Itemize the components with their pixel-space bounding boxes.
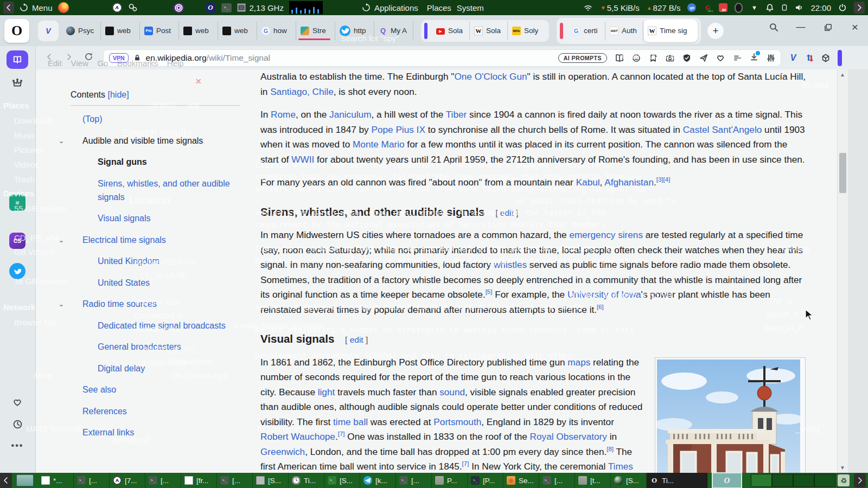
status-orb-icon[interactable] [735,3,743,13]
toc-item-general-broadcasters[interactable]: General broadcasters [71,340,240,354]
taskbar-item-[interactable]: *... [38,473,74,488]
tab-group-indicator[interactable] [560,23,563,39]
premium-crown-button[interactable] [7,74,28,93]
reader-view-icon[interactable] [615,54,624,62]
back-button[interactable] [45,53,54,63]
tab-stre[interactable]: Stre [296,22,335,40]
dropdown-triangle-icon[interactable]: ▼ [750,3,758,12]
wiki-link[interactable]: time ball [333,416,368,427]
panel-collapse-left-button[interactable] [3,2,14,14]
taskbar-item-se[interactable]: ◎Se... [503,473,539,488]
clock-label[interactable]: 22:00 [810,3,831,12]
reference-link[interactable]: [7] [338,431,345,437]
toc-item-united-states[interactable]: United States [71,276,240,290]
taskbar-item-fr[interactable]: [fr... [181,473,217,488]
applications-menu[interactable]: Applications [362,3,418,12]
cpu-graph-icon[interactable] [289,1,323,14]
scroll-up-arrow[interactable]: ▲ [840,72,845,78]
terminal-panel-icon[interactable]: >_ [221,3,232,12]
firefox-icon[interactable] [58,2,69,13]
minimize-button[interactable]: — [795,22,806,33]
workspace-3[interactable] [793,474,814,487]
reference-link[interactable]: [7] [462,460,469,467]
gmpx-icon[interactable]: GMPX [703,3,712,12]
downloads-button[interactable] [750,53,758,63]
menu-applet[interactable]: Menu [20,3,53,12]
search-a-icon[interactable]: A [112,3,122,12]
send-share-icon[interactable] [699,54,708,62]
tor-icon[interactable] [174,3,184,13]
wiki-link[interactable]: maps [567,357,590,368]
show-desktop-button[interactable] [16,474,34,486]
toc-item-see-also[interactable]: See also [71,383,240,396]
address-bar[interactable]: VPN en.wikipedia.org/wiki/Time_signal AI… [103,49,781,67]
trash-applet[interactable]: ♻ [838,474,850,486]
wiki-link[interactable]: Kabul [576,177,600,188]
reference-link[interactable]: [6] [597,304,604,310]
taskbar-item-[interactable]: >_[... [217,473,253,488]
wiki-link[interactable]: Janiculum [329,109,371,120]
taskbar-item-s[interactable]: [S... [611,473,647,488]
notifications-bell-icon[interactable] [765,3,774,12]
twitter-panel-button[interactable] [7,262,28,280]
tab-certi[interactable]: Gcerti [567,22,605,40]
tab-soly[interactable]: IMDbSoly [508,22,546,40]
edit-link[interactable]: edit [350,335,363,344]
more-panels-button[interactable]: ••• [7,436,28,455]
page-tweaks-sliders-icon[interactable] [767,54,775,62]
url-text[interactable]: en.wikipedia.org/wiki/Time_signal [146,53,270,63]
new-tab-button[interactable]: + [707,23,724,39]
reference-link[interactable]: [3] [656,176,663,183]
tab-how[interactable]: Ghow [257,22,296,40]
chatgpt-panel-button[interactable]: ⌘ [7,194,28,212]
tab-time-sig[interactable]: WTime sig [643,20,698,42]
wiki-link[interactable]: sound [439,387,465,397]
history-panel-button[interactable] [7,415,28,433]
tab-post[interactable]: PmPost [140,22,179,40]
battery-icon[interactable] [781,3,788,12]
thumbnail-time-ball-image[interactable] [655,357,806,488]
taskbar-item-[interactable]: >_[... [145,473,181,488]
ai-prompts-button[interactable]: AI PROMPTS [558,53,607,63]
chevron-down-icon[interactable]: ⌄ [59,234,64,247]
reference-link[interactable]: [5] [486,288,493,295]
wifi-icon[interactable] [583,3,593,12]
wiki-link[interactable]: emergency sirens [569,229,643,240]
toc-item-references[interactable]: References [71,404,240,418]
toc-item-sirens-whistles-and-other-audi[interactable]: Sirens, whistles, and other audible sign… [71,177,240,204]
taskbar-item-k[interactable]: [k... [360,473,396,488]
sync-arrows-icon[interactable] [805,54,814,62]
taskbar-item-s[interactable]: >_[S... [324,473,360,488]
taskbar-item-p[interactable]: P... [432,473,468,488]
vpn-badge[interactable]: VPN [109,53,129,63]
toc-item-united-kingdom[interactable]: United Kingdom [71,254,240,268]
taskbar-item-[interactable]: >_[... [396,473,432,488]
wiki-link[interactable]: University of Iowa [567,289,641,300]
reading-panel-button[interactable] [7,50,28,69]
gears-icon[interactable] [127,3,138,12]
taskbar-collapse-button[interactable] [0,473,12,488]
taskbar-item-ti[interactable]: OTi... [647,473,707,488]
vivaldi-extension-icon[interactable]: V [789,54,797,62]
tab-sola[interactable]: ▶Sola [432,22,470,40]
lock-icon[interactable] [133,54,141,62]
close-button[interactable]: × [850,22,860,33]
wiki-link[interactable]: Royal Observatory [530,431,607,442]
toc-item-audible-and-visible-time-signa[interactable]: ⌄Audible and visible time signals [71,134,240,147]
wiki-link[interactable]: Santiago, Chile [270,86,334,97]
opera-panel-icon[interactable]: O [206,3,216,13]
bookmark-pin-icon[interactable] [649,54,658,62]
tab-search-button[interactable] [768,22,779,33]
chevron-down-icon[interactable]: ⌄ [59,134,64,148]
toc-item-external-links[interactable]: External links [71,426,240,439]
taskbar-item-p[interactable]: >_[P... [468,473,503,488]
toc-item-digital-delay[interactable]: Digital delay [71,362,240,375]
wiki-link[interactable]: Pope Pius IX [371,124,425,135]
wiki-link[interactable]: Portsmouth [433,416,481,427]
volume-speaker-icon[interactable] [795,3,803,12]
taskbar-item-ti[interactable]: Ti... [289,473,324,488]
maximize-button[interactable] [822,22,833,33]
reload-button[interactable] [84,52,93,63]
pinned-tab-vivaldi[interactable]: V [38,21,59,41]
workspace-2[interactable] [772,474,793,487]
